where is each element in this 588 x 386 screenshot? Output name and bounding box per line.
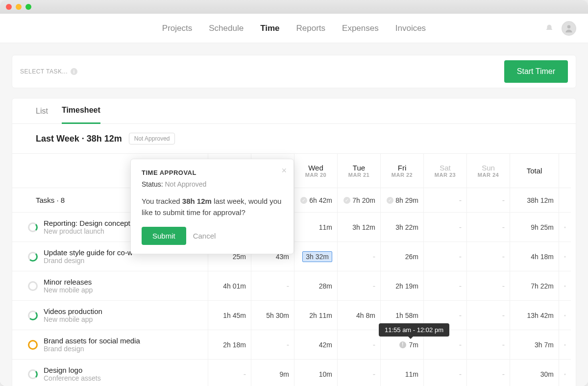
summary-cell-4: ✓8h 29m [381,188,424,213]
trash-icon[interactable] [564,312,566,319]
task-cell-2[interactable]: Minor releasesNew mobile app [12,271,208,301]
cell-1-5[interactable]: - [424,242,467,271]
cell-1-6[interactable]: - [467,242,510,271]
cell-3-6[interactable]: - [467,301,510,330]
nav-item-schedule[interactable]: Schedule [209,24,244,33]
tab-list[interactable]: List [36,98,48,124]
nav-item-time[interactable]: Time [260,24,279,33]
submit-button[interactable]: Submit [142,227,186,245]
task-project: New mobile app [44,286,93,294]
summary-cell-2: ✓6h 42m [294,188,338,213]
cell-1-4[interactable]: 26m [381,242,424,271]
cell-4-0[interactable]: 2h 18m [208,330,251,360]
col-hdr-3: TueMAR 21 [338,154,381,188]
task-name: Reporting: Design concept c [44,219,136,227]
maximize-icon[interactable] [25,4,31,10]
row-total-3: 13h 42m [510,301,559,330]
cell-5-3[interactable]: - [338,360,381,386]
cell-5-0[interactable]: - [208,360,251,386]
start-timer-button[interactable]: Start Timer [504,60,568,83]
trash-icon[interactable] [564,283,566,290]
row-total-1: 4h 18m [510,242,559,271]
nav-item-projects[interactable]: Projects [162,24,192,33]
top-nav: ProjectsScheduleTimeReportsExpensesInvoi… [0,14,588,43]
cell-5-6[interactable]: - [467,360,510,386]
timesheet-panel: List Timesheet Last Week · 38h 12m Not A… [12,98,576,386]
popover-status: Status: Not Approved [142,180,283,188]
cell-3-2[interactable]: 2h 11m [294,301,338,330]
cell-4-1[interactable]: - [251,330,294,360]
task-name: Brand assets for social media [44,337,140,345]
cell-1-3[interactable]: - [338,242,381,271]
close-icon[interactable]: × [281,166,287,175]
col-hdr-total: Total [510,154,559,188]
trash-icon[interactable] [564,253,566,260]
cell-5-2[interactable]: 10m [294,360,338,386]
cell-2-2[interactable]: 28m [294,271,338,301]
minimize-icon[interactable] [16,4,22,10]
week-header: Last Week · 38h 12m Not Approved [12,124,576,154]
time-tooltip: 11:55 am - 12:02 pm [379,323,449,337]
cell-2-5[interactable]: - [424,271,467,301]
trash-1[interactable] [559,242,571,271]
task-select-input[interactable]: SELECT TASK... i [20,68,77,75]
cell-4-3[interactable]: - [338,330,381,360]
close-icon[interactable] [6,4,12,10]
task-cell-3[interactable]: Videos productionNew mobile app [12,301,208,330]
col-hdr-6: SunMAR 24 [467,154,510,188]
cell-5-1[interactable]: 9m [251,360,294,386]
popover-title: TIME APPROVAL [142,169,283,176]
approval-badge[interactable]: Not Approved [129,133,175,145]
trash-icon[interactable] [564,371,566,378]
cell-0-2[interactable]: 11m [294,213,338,242]
tab-timesheet[interactable]: Timesheet [62,98,100,124]
progress-icon [28,369,38,379]
trash-2[interactable] [559,271,571,301]
col-hdr-trash [559,154,571,188]
cell-3-1[interactable]: 5h 30m [251,301,294,330]
avatar[interactable] [562,21,576,36]
summary-total: 38h 12m [510,188,559,213]
nav-item-invoices[interactable]: Invoices [395,24,426,33]
task-project: New mobile app [44,315,93,323]
task-select-placeholder: SELECT TASK... [20,68,68,75]
cell-2-6[interactable]: - [467,271,510,301]
cell-0-5[interactable]: - [424,213,467,242]
task-name: Design logo [44,366,82,374]
cell-5-5[interactable]: - [424,360,467,386]
summary-cell-6: - [467,188,510,213]
cell-1-2[interactable]: 3h 32m [294,242,338,271]
progress-icon [28,222,38,232]
task-cell-5[interactable]: Design logoConference assets [12,360,208,386]
info-icon[interactable]: i [71,68,77,75]
cell-4-6[interactable]: - [467,330,510,360]
cell-0-4[interactable]: 3h 22m [381,213,424,242]
notification-icon[interactable] [545,24,554,33]
task-project: Brand design [44,345,84,353]
trash-icon[interactable] [564,224,566,231]
cell-5-4[interactable]: 11m [381,360,424,386]
cell-0-3[interactable]: 3h 12m [338,213,381,242]
timer-bar: SELECT TASK... i Start Timer [12,55,576,88]
trash-3[interactable] [559,301,571,330]
nav-item-expenses[interactable]: Expenses [342,24,379,33]
cancel-button[interactable]: Cancel [193,232,216,240]
macos-titlebar [0,0,588,14]
cell-2-4[interactable]: 2h 19m [381,271,424,301]
cell-3-0[interactable]: 1h 45m [208,301,251,330]
cell-2-0[interactable]: 4h 01m [208,271,251,301]
trash-icon[interactable] [564,341,566,348]
trash-0[interactable] [559,213,571,242]
cell-2-1[interactable]: - [251,271,294,301]
cell-4-2[interactable]: 42m [294,330,338,360]
cell-3-3[interactable]: 4h 8m [338,301,381,330]
task-name: Videos production [44,307,102,315]
popover-message: You tracked 38h 12m last week, would you… [142,196,283,218]
trash-4[interactable] [559,330,571,360]
nav-item-reports[interactable]: Reports [296,24,326,33]
cell-2-3[interactable]: - [338,271,381,301]
trash-5[interactable] [559,360,571,386]
task-cell-4[interactable]: Brand assets for social mediaBrand desig… [12,330,208,360]
progress-icon [28,311,38,320]
cell-0-6[interactable]: - [467,213,510,242]
